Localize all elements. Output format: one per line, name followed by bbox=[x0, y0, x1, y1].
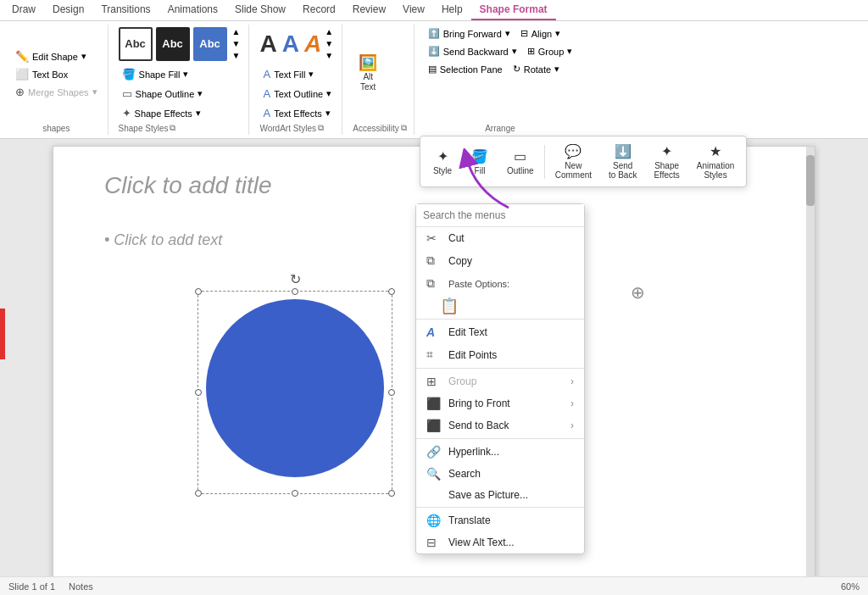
handle-mid-left[interactable] bbox=[195, 389, 202, 396]
translate-icon: 🌐 bbox=[426, 514, 442, 527]
wordart-style-plain[interactable]: A bbox=[259, 31, 276, 58]
wordart-expand-icon[interactable]: ⧉ bbox=[318, 123, 324, 133]
context-save-picture[interactable]: Save as Picture... bbox=[416, 485, 584, 505]
tab-design[interactable]: Design bbox=[44, 0, 92, 20]
alt-text-button[interactable]: 🖼️ AltText bbox=[353, 53, 383, 94]
tab-animations[interactable]: Animations bbox=[159, 0, 226, 20]
ft-new-comment-button[interactable]: 💬 New Comment bbox=[548, 140, 598, 183]
style-option-3[interactable]: Abc bbox=[193, 27, 227, 61]
tab-help[interactable]: Help bbox=[433, 0, 471, 20]
send-backward-button[interactable]: ⬇️ Send Backward ▾ bbox=[425, 44, 520, 58]
shape-outline-icon: ▭ bbox=[122, 87, 132, 100]
tab-draw[interactable]: Draw bbox=[3, 0, 44, 20]
edit-shape-button[interactable]: ✏️ Edit Shape ▾ bbox=[12, 48, 101, 64]
ft-animation-styles-button[interactable]: ★ Animation Styles bbox=[690, 140, 741, 183]
tab-slideshow[interactable]: Slide Show bbox=[226, 0, 294, 20]
shape-effects-button[interactable]: ✦ Shape Effects ▾ bbox=[119, 105, 204, 121]
handle-top-left[interactable] bbox=[195, 288, 202, 295]
ft-style-button[interactable]: ✦ Style bbox=[426, 145, 459, 179]
ft-fill-button[interactable]: 🪣 Fill bbox=[463, 145, 497, 179]
bring-front-arrow: › bbox=[570, 398, 574, 409]
context-edit-text[interactable]: A Edit Text bbox=[416, 321, 584, 343]
tab-view[interactable]: View bbox=[394, 0, 433, 20]
ft-send-back-button[interactable]: ⬇️ Send to Back bbox=[602, 140, 643, 183]
context-copy[interactable]: ⧉ Copy bbox=[416, 249, 584, 272]
selection-pane-button[interactable]: ▤ Selection Pane bbox=[425, 62, 506, 76]
handle-bottom-right[interactable] bbox=[388, 490, 395, 497]
shape-fill-button[interactable]: 🪣 Shape Fill ▾ bbox=[119, 66, 192, 82]
wordart-scroll-up[interactable]: ▲ bbox=[323, 26, 335, 37]
handle-bottom-mid[interactable] bbox=[292, 490, 298, 497]
shape-wrapper[interactable]: ↻ bbox=[198, 291, 392, 486]
text-box-icon: ⬜ bbox=[15, 68, 29, 81]
divider-2 bbox=[416, 368, 584, 369]
rotate-button[interactable]: ↻ Rotate ▾ bbox=[509, 62, 563, 76]
scrollbar-thumb[interactable] bbox=[806, 155, 815, 206]
handle-top-mid[interactable] bbox=[292, 288, 298, 295]
context-view-alt-text[interactable]: ⊟ View Alt Text... bbox=[416, 531, 584, 553]
wordart-expand[interactable]: ▼ bbox=[323, 50, 335, 61]
context-cut[interactable]: ✂ Cut bbox=[416, 227, 584, 249]
ft-shape-effects-icon: ✦ bbox=[661, 143, 672, 159]
rotate-handle[interactable]: ↻ bbox=[290, 271, 301, 287]
edit-text-icon: A bbox=[426, 325, 442, 339]
bring-forward-icon: ⬆️ bbox=[428, 28, 440, 39]
group-label-accessibility: Accessibility ⧉ bbox=[353, 121, 406, 133]
tab-review[interactable]: Review bbox=[344, 0, 394, 20]
slide-title-placeholder[interactable]: Click to add title bbox=[104, 172, 272, 199]
tab-record[interactable]: Record bbox=[294, 0, 344, 20]
tab-shape-format[interactable]: Shape Format bbox=[471, 0, 556, 20]
text-effects-button[interactable]: A Text Effects ▾ bbox=[259, 105, 333, 121]
context-translate[interactable]: 🌐 Translate bbox=[416, 509, 584, 531]
context-menu: ✂ Cut ⧉ Copy ⧉ Paste Options: 📋 A Edit T… bbox=[415, 203, 585, 554]
wordart-scroll-down[interactable]: ▼ bbox=[323, 38, 335, 49]
shape-styles-scroll-down[interactable]: ▼ bbox=[231, 38, 242, 49]
context-group[interactable]: ⊞ Group › bbox=[416, 370, 584, 392]
wordart-style-orange[interactable]: A bbox=[304, 31, 321, 58]
ft-shape-effects-button[interactable]: ✦ Shape Effects bbox=[647, 140, 686, 183]
search-context-icon: 🔍 bbox=[426, 467, 442, 481]
handle-bottom-left[interactable] bbox=[195, 490, 202, 497]
scrollbar-right[interactable] bbox=[806, 147, 815, 595]
shape-outline-button[interactable]: ▭ Shape Outline ▾ bbox=[119, 86, 207, 102]
group-wordart: A A A ▲ ▼ ▼ A Text Fill ▾ A bbox=[253, 25, 342, 135]
shape-styles-expand-icon[interactable]: ⧉ bbox=[170, 123, 175, 133]
handle-mid-right[interactable] bbox=[388, 389, 395, 396]
text-box-button[interactable]: ⬜ Text Box bbox=[12, 66, 101, 82]
send-back-icon: ⬛ bbox=[426, 419, 442, 432]
send-back-arrow: › bbox=[570, 420, 574, 431]
style-option-2[interactable]: Abc bbox=[156, 27, 190, 61]
context-bring-front[interactable]: ⬛ Bring to Front › bbox=[416, 392, 584, 414]
tab-transitions[interactable]: Transitions bbox=[92, 0, 159, 20]
text-fill-button[interactable]: A Text Fill ▾ bbox=[259, 66, 317, 82]
group-button[interactable]: ⊞ Group ▾ bbox=[524, 44, 576, 58]
context-edit-points[interactable]: ⌗ Edit Points bbox=[416, 343, 584, 366]
paste-icon-button[interactable]: 📋 bbox=[430, 294, 469, 318]
notes-button[interactable]: Notes bbox=[69, 581, 93, 592]
merge-icon: ⊕ bbox=[15, 86, 25, 98]
bring-forward-button[interactable]: ⬆️ Bring Forward ▾ bbox=[425, 26, 514, 41]
context-search-input[interactable] bbox=[416, 204, 584, 227]
slide-subtitle-placeholder[interactable]: Click to add text bbox=[104, 231, 222, 249]
accessibility-expand-icon[interactable]: ⧉ bbox=[401, 123, 407, 133]
floating-toolbar: ✦ Style 🪣 Fill ▭ Outline 💬 New Comment ⬇… bbox=[420, 136, 747, 187]
context-send-back[interactable]: ⬛ Send to Back › bbox=[416, 414, 584, 437]
shape-styles-scroll-up[interactable]: ▲ bbox=[231, 26, 242, 37]
shape-styles-expand[interactable]: ▼ bbox=[231, 50, 242, 61]
ribbon: Draw Design Transitions Animations Slide… bbox=[0, 0, 868, 139]
context-hyperlink[interactable]: 🔗 Hyperlink... bbox=[416, 441, 584, 463]
edit-shape-icon: ✏️ bbox=[15, 50, 29, 63]
handle-top-right[interactable] bbox=[388, 288, 395, 295]
merge-shapes-button[interactable]: ⊕ Merge Shapes ▾ bbox=[12, 84, 101, 100]
wordart-style-blue[interactable]: A bbox=[282, 31, 299, 58]
context-search[interactable]: 🔍 Search bbox=[416, 463, 584, 485]
rotate-icon: ↻ bbox=[513, 64, 520, 75]
divider-1 bbox=[416, 319, 584, 320]
text-outline-button[interactable]: A Text Outline ▾ bbox=[259, 86, 335, 102]
selection-pane-icon: ▤ bbox=[428, 64, 437, 75]
blue-circle-shape[interactable] bbox=[206, 299, 384, 477]
ft-send-back-icon: ⬇️ bbox=[615, 143, 632, 159]
style-option-1[interactable]: Abc bbox=[119, 27, 153, 61]
ft-outline-button[interactable]: ▭ Outline bbox=[500, 145, 541, 179]
align-button[interactable]: ⊟ Align ▾ bbox=[517, 26, 564, 41]
